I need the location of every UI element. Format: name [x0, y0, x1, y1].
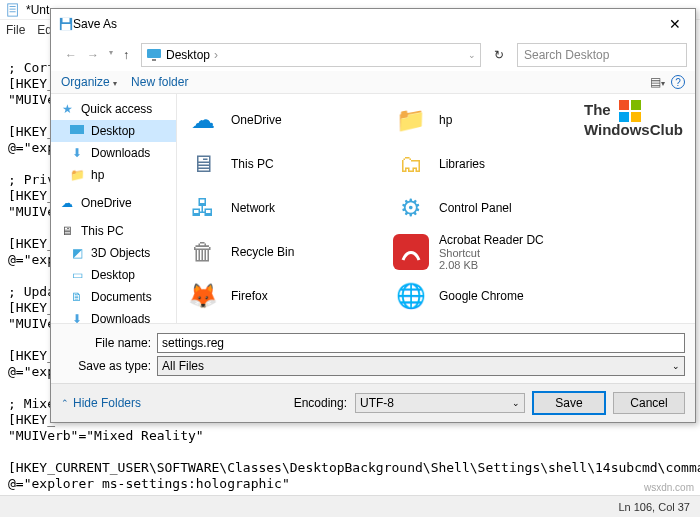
item-this-pc[interactable]: 🖥This PC [177, 142, 385, 186]
chevron-down-icon: ▾ [113, 79, 117, 88]
watermark-logo: The WindowsClub [584, 100, 683, 138]
pc-icon: 🖥 [59, 223, 75, 239]
button-row: ⌃ Hide Folders Encoding: UTF-8⌄ Save Can… [51, 383, 695, 422]
toolbar: Organize ▾ New folder ▤▾ ? [51, 71, 695, 94]
sidebar-item-documents[interactable]: 🗎Documents [51, 286, 176, 308]
chevron-up-icon: ⌃ [61, 398, 69, 408]
svg-rect-0 [8, 3, 18, 15]
item-control-panel[interactable]: ⚙Control Panel [385, 186, 593, 230]
chevron-down-icon: ⌄ [672, 361, 680, 371]
address-row: ← → ▾ ↑ Desktop › ⌄ ↻ Search Desktop [51, 39, 695, 71]
folder-icon: 📁 [69, 167, 85, 183]
sidebar-item-downloads[interactable]: ⬇Downloads [51, 142, 176, 164]
sidebar-item-desktop2[interactable]: ▭Desktop [51, 264, 176, 286]
encoding-select[interactable]: UTF-8⌄ [355, 393, 525, 413]
refresh-button[interactable]: ↻ [487, 43, 511, 67]
type-label: Save as type: [61, 359, 151, 373]
network-icon: 🖧 [185, 190, 221, 226]
desktop-icon: ▭ [69, 267, 85, 283]
save-icon [59, 17, 73, 31]
view-options-button[interactable]: ▤▾ [650, 75, 665, 89]
sidebar-item-this-pc[interactable]: 🖥This PC [51, 220, 176, 242]
cloud-icon: ☁ [59, 195, 75, 211]
main-area: ★Quick access Desktop ⬇Downloads 📁hp ☁On… [51, 94, 695, 323]
chevron-down-icon: ⌄ [512, 398, 520, 408]
filename-label: File name: [61, 336, 151, 350]
sidebar-item-quick-access[interactable]: ★Quick access [51, 98, 176, 120]
sidebar-item-3d[interactable]: ◩3D Objects [51, 242, 176, 264]
cloud-icon: ☁ [185, 102, 221, 138]
item-libraries[interactable]: 🗂Libraries [385, 142, 593, 186]
encoding-label: Encoding: [294, 396, 347, 410]
item-chrome[interactable]: 🌐Google Chrome [385, 274, 593, 318]
watermark-url: wsxdn.com [644, 482, 694, 493]
sidebar-item-onedrive[interactable]: ☁OneDrive [51, 192, 176, 214]
hide-folders-button[interactable]: ⌃ Hide Folders [61, 396, 141, 410]
item-recycle-bin[interactable]: 🗑Recycle Bin [177, 230, 385, 274]
notepad-icon [6, 3, 20, 17]
download-icon: ⬇ [69, 311, 85, 323]
close-button[interactable]: ✕ [655, 9, 695, 39]
breadcrumb-location[interactable]: Desktop [166, 48, 210, 62]
dialog-titlebar[interactable]: Save As ✕ [51, 9, 695, 39]
search-placeholder: Search Desktop [524, 48, 609, 62]
cube-icon: ◩ [69, 245, 85, 261]
notepad-statusbar: Ln 106, Col 37 [0, 495, 700, 517]
item-onedrive[interactable]: ☁OneDrive [177, 98, 385, 142]
desktop-icon [146, 47, 162, 63]
sidebar-item-desktop[interactable]: Desktop [51, 120, 176, 142]
filename-input[interactable]: settings.reg [157, 333, 685, 353]
new-folder-button[interactable]: New folder [131, 75, 188, 89]
nav-fwd-icon: → [87, 48, 99, 62]
type-select[interactable]: All Files⌄ [157, 356, 685, 376]
menu-file[interactable]: File [6, 23, 25, 37]
firefox-icon: 🦊 [185, 278, 221, 314]
svg-rect-8 [152, 59, 156, 61]
svg-rect-11 [631, 100, 641, 110]
sidebar[interactable]: ★Quick access Desktop ⬇Downloads 📁hp ☁On… [51, 94, 177, 323]
notepad-title: *Unt [26, 3, 49, 17]
cancel-button[interactable]: Cancel [613, 392, 685, 414]
pdf-icon [393, 234, 429, 270]
nav-back-icon[interactable]: ← [65, 48, 77, 62]
item-hp[interactable]: 📁hp [385, 98, 593, 142]
item-acrobat[interactable]: Acrobat Reader DCShortcut2.08 KB [385, 230, 593, 274]
organize-button[interactable]: Organize ▾ [61, 75, 117, 89]
search-input[interactable]: Search Desktop [517, 43, 687, 67]
desktop-icon [69, 123, 85, 139]
control-panel-icon: ⚙ [393, 190, 429, 226]
svg-rect-9 [70, 125, 84, 134]
save-as-dialog: Save As ✕ ← → ▾ ↑ Desktop › ⌄ ↻ Search D… [50, 8, 696, 423]
item-network[interactable]: 🖧Network [177, 186, 385, 230]
document-icon: 🗎 [69, 289, 85, 305]
svg-rect-10 [619, 100, 629, 110]
download-icon: ⬇ [69, 145, 85, 161]
chrome-icon: 🌐 [393, 278, 429, 314]
chevron-right-icon[interactable]: › [214, 48, 218, 62]
sidebar-item-downloads2[interactable]: ⬇Downloads [51, 308, 176, 323]
help-button[interactable]: ? [671, 75, 685, 89]
item-firefox[interactable]: 🦊Firefox [177, 274, 385, 318]
star-icon: ★ [59, 101, 75, 117]
save-button[interactable]: Save [533, 392, 605, 414]
dialog-title: Save As [73, 17, 117, 31]
svg-rect-5 [63, 18, 70, 22]
pc-icon: 🖥 [185, 146, 221, 182]
chevron-down-icon[interactable]: ▾ [109, 48, 113, 62]
chevron-down-icon[interactable]: ⌄ [468, 50, 476, 60]
svg-rect-6 [62, 24, 71, 30]
status-position: Ln 106, Col 37 [618, 501, 690, 513]
sidebar-item-hp[interactable]: 📁hp [51, 164, 176, 186]
trash-icon: 🗑 [185, 234, 221, 270]
fields-area: File name: settings.reg Save as type: Al… [51, 323, 695, 383]
nav-up-icon[interactable]: ↑ [123, 48, 129, 62]
libraries-icon: 🗂 [393, 146, 429, 182]
svg-rect-7 [147, 49, 161, 58]
file-list[interactable]: The WindowsClub ☁OneDrive 🖥This PC 🖧Netw… [177, 94, 695, 323]
folder-icon: 📁 [393, 102, 429, 138]
breadcrumb[interactable]: Desktop › ⌄ [141, 43, 481, 67]
